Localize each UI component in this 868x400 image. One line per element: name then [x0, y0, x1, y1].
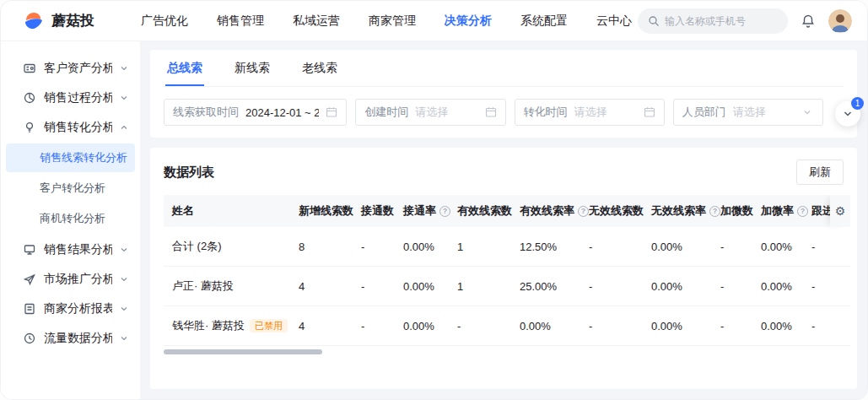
sidebar-subitem-lead-conversion[interactable]: 销售线索转化分析 — [6, 143, 135, 172]
tab-old-leads[interactable]: 老线索 — [300, 50, 339, 86]
column-settings-icon[interactable]: ⚙ — [830, 195, 850, 227]
lightbulb-icon — [23, 121, 36, 134]
avatar[interactable] — [828, 9, 852, 33]
filter-department-select[interactable]: 人员部门 请选择 — [673, 99, 823, 126]
table-cell: - — [361, 267, 403, 306]
table-cell: 0.00% — [403, 227, 457, 267]
calendar-icon — [485, 106, 497, 118]
table-cell: - — [720, 267, 761, 306]
sidebar-item-label: 销售结果分析 — [44, 242, 112, 257]
column-header: 有效线索率? — [520, 195, 589, 227]
horizontal-scrollbar-thumb[interactable] — [164, 349, 322, 354]
column-header: 加微数 — [720, 195, 761, 227]
column-header: 姓名 — [164, 195, 299, 227]
table-cell: 0.00% — [403, 306, 457, 346]
top-nav: 广告优化 销售管理 私域运营 商家管理 决策分析 系统配置 云中心 — [141, 14, 632, 29]
table-cell: - — [361, 306, 403, 346]
calendar-icon — [644, 106, 655, 118]
filter-create-time[interactable]: 创建时间 请选择 — [355, 99, 505, 126]
table-cell: 4 — [299, 306, 361, 346]
app-window: 蘑菇投 广告优化 销售管理 私域运营 商家管理 决策分析 系统配置 云中心 — [0, 0, 868, 400]
report-icon — [23, 302, 36, 316]
sidebar-item-sales-conversion[interactable]: 销售转化分析 — [1, 112, 140, 142]
data-list-title: 数据列表 — [164, 165, 214, 181]
sidebar-item-customer-assets[interactable]: 客户资产分析 — [1, 53, 140, 83]
table-cell: - — [811, 227, 850, 267]
refresh-button[interactable]: 刷新 — [796, 159, 844, 185]
sidebar-item-sales-results[interactable]: 销售结果分析 — [1, 235, 140, 264]
table-cell: - — [811, 306, 850, 346]
sidebar-item-label: 销售过程分析 — [44, 90, 112, 105]
table-cell: - — [589, 306, 651, 346]
id-card-icon — [23, 62, 36, 75]
sidebar-item-market-promotion[interactable]: 市场推广分析 — [1, 264, 140, 294]
sidebar-subitem-customer-conversion[interactable]: 客户转化分析 — [6, 174, 135, 203]
sidebar-item-label: 销售转化分析 — [44, 120, 112, 135]
table-cell: - — [811, 267, 850, 306]
logo[interactable]: 蘑菇投 — [23, 10, 137, 32]
nav-item-sales-management[interactable]: 销售管理 — [217, 14, 264, 29]
chevron-down-icon — [120, 334, 128, 343]
table-row-total: 合计 (2条) 8 - 0.00% 1 12.50% - 0.00% - 0.0… — [164, 227, 850, 267]
collapse-filters-button[interactable]: 1 — [835, 101, 860, 127]
filter-convert-time[interactable]: 转化时间 请选择 — [515, 99, 665, 126]
table-scroll-area: 姓名 新增线索数 接通数 接通率? 有效线索数 有效线索率? 无效线索数 无效线… — [164, 195, 850, 346]
monitor-icon — [23, 243, 36, 257]
help-icon[interactable]: ? — [797, 206, 808, 217]
sidebar-item-label: 客户资产分析 — [44, 61, 112, 76]
chevron-down-icon — [843, 109, 853, 119]
table-cell: 4 — [299, 267, 361, 306]
notification-bell-button[interactable] — [801, 14, 816, 29]
chevron-down-icon — [802, 107, 814, 117]
help-icon[interactable]: ? — [439, 206, 450, 217]
table-cell: 0.00% — [651, 267, 720, 306]
help-icon[interactable]: ? — [578, 206, 589, 217]
tab-new-leads[interactable]: 新线索 — [233, 50, 272, 86]
data-list-card: 数据列表 刷新 姓名 新增线索数 接通数 接通率? — [150, 148, 857, 389]
lead-tabs: 总线索 新线索 老线索 — [164, 50, 844, 87]
filter-label: 人员部门 — [682, 105, 726, 120]
nav-item-decision-analysis[interactable]: 决策分析 — [445, 14, 492, 29]
table-cell: - — [361, 227, 403, 267]
column-header: 加微率? — [761, 195, 811, 227]
chevron-down-icon — [120, 305, 128, 313]
main-content: 总线索 新线索 老线索 线索获取时间 2024-12-01 ~ 2025-01-… — [140, 41, 867, 399]
column-header: 无效线索数 — [589, 195, 651, 227]
nav-item-cloud-center[interactable]: 云中心 — [596, 14, 632, 29]
calendar-icon — [326, 106, 337, 118]
search-input[interactable] — [665, 15, 778, 27]
top-header: 蘑菇投 广告优化 销售管理 私域运营 商家管理 决策分析 系统配置 云中心 — [1, 1, 867, 41]
column-header: 接通数 — [361, 195, 403, 227]
sidebar-submenu: 销售线索转化分析 客户转化分析 商机转化分析 — [1, 143, 140, 233]
nav-item-system-config[interactable]: 系统配置 — [520, 14, 568, 29]
column-header: 有效线索数 — [457, 195, 520, 227]
topbar-right — [638, 8, 852, 34]
table-cell: 0.00% — [651, 227, 720, 267]
search-box[interactable] — [638, 8, 788, 34]
filter-label: 线索获取时间 — [173, 105, 239, 120]
table-cell: 卢正· 蘑菇投 — [164, 267, 299, 306]
logo-text: 蘑菇投 — [51, 11, 94, 30]
table-cell: - — [457, 306, 520, 346]
sidebar-item-sales-process[interactable]: 销售过程分析 — [1, 83, 140, 112]
bell-icon — [801, 14, 816, 29]
filter-placeholder: 请选择 — [574, 105, 637, 120]
disabled-badge: 已禁用 — [250, 319, 288, 332]
help-icon[interactable]: ? — [709, 206, 720, 217]
table-cell: 钱华胜· 蘑菇投已禁用 — [164, 306, 299, 346]
sidebar-subitem-opportunity-conversion[interactable]: 商机转化分析 — [6, 204, 135, 233]
clock-icon — [23, 332, 36, 345]
nav-item-ad-optimization[interactable]: 广告优化 — [141, 14, 188, 29]
table-cell: 0.00% — [403, 267, 457, 306]
table-cell: 0.00% — [651, 306, 720, 346]
filter-placeholder: 请选择 — [733, 105, 795, 120]
filter-lead-acquire-time[interactable]: 线索获取时间 2024-12-01 ~ 2025-01-31 — [164, 99, 347, 126]
tab-total-leads[interactable]: 总线索 — [165, 50, 204, 86]
nav-item-private-domain[interactable]: 私域运营 — [293, 14, 340, 29]
sidebar-item-traffic-data[interactable]: 流量数据分析 — [1, 323, 140, 353]
table-cell: 0.00% — [761, 267, 811, 306]
sidebar-item-label: 市场推广分析 — [44, 272, 112, 287]
nav-item-merchant-management[interactable]: 商家管理 — [369, 14, 416, 29]
table-cell: 0.00% — [761, 306, 811, 346]
sidebar-item-merchant-reports[interactable]: 商家分析报表 — [1, 294, 140, 323]
